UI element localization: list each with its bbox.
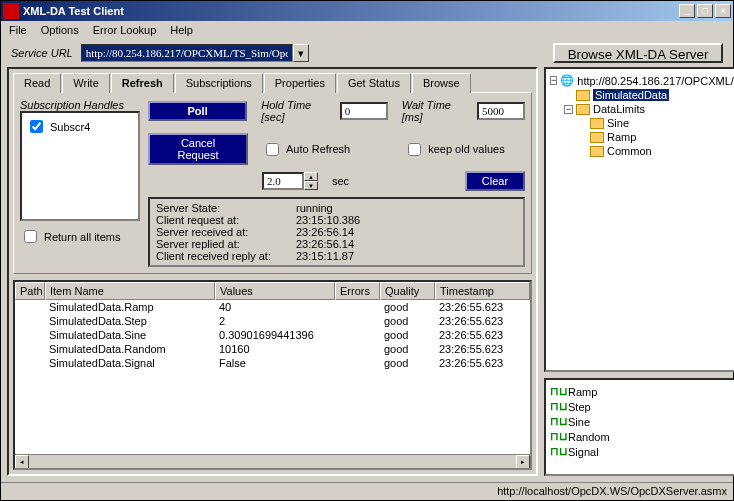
tree-node-simulateddata[interactable]: SimulatedData bbox=[550, 88, 734, 102]
subscription-handles-label: Subscription Handles bbox=[20, 99, 140, 111]
menu-options[interactable]: Options bbox=[41, 24, 79, 36]
status-key: Client received reply at: bbox=[156, 250, 296, 262]
menu-bar: File Options Error Lookup Help bbox=[1, 21, 733, 39]
service-url-label: Service URL bbox=[11, 47, 73, 59]
folder-icon bbox=[576, 90, 590, 101]
scroll-left-icon[interactable]: ◂ bbox=[15, 455, 29, 469]
tab-strip: Read Write Refresh Subscriptions Propert… bbox=[13, 73, 532, 93]
tab-write[interactable]: Write bbox=[62, 73, 109, 93]
signal-icon: ⊓⊔ bbox=[550, 430, 564, 443]
subscription-checkbox[interactable] bbox=[30, 120, 43, 133]
browse-server-button[interactable]: Browse XML-DA Server bbox=[553, 43, 723, 63]
signal-icon: ⊓⊔ bbox=[550, 415, 564, 428]
status-box: Server State:running Client request at:2… bbox=[148, 197, 525, 267]
tab-refresh[interactable]: Refresh bbox=[111, 73, 174, 93]
app-icon bbox=[3, 3, 19, 19]
status-val: running bbox=[296, 202, 333, 214]
list-item[interactable]: ⊓⊔Random bbox=[550, 429, 734, 444]
minimize-button[interactable]: _ bbox=[679, 4, 695, 18]
close-button[interactable]: × bbox=[715, 4, 731, 18]
grid-header-item[interactable]: Item Name bbox=[45, 282, 215, 300]
scroll-right-icon[interactable]: ▸ bbox=[516, 455, 530, 469]
auto-refresh-row[interactable]: Auto Refresh bbox=[262, 140, 350, 159]
auto-refresh-interval-spinner[interactable]: ▲ ▼ bbox=[262, 172, 318, 190]
status-val: 23:26:56.14 bbox=[296, 238, 354, 250]
auto-refresh-label: Auto Refresh bbox=[286, 143, 350, 155]
service-url-input[interactable] bbox=[81, 44, 293, 62]
server-tree[interactable]: −🌐 http://80.254.186.217/OPCXML/TS_ Simu… bbox=[544, 67, 734, 372]
folder-icon bbox=[590, 118, 604, 129]
keep-old-row[interactable]: keep old values bbox=[404, 140, 504, 159]
subscription-item[interactable]: Subscr4 bbox=[26, 117, 134, 136]
grid-header-values[interactable]: Values bbox=[215, 282, 335, 300]
table-row[interactable]: SimulatedData.Sine0.30901699441396good23… bbox=[15, 328, 530, 342]
tab-get-status[interactable]: Get Status bbox=[337, 73, 411, 93]
keep-old-checkbox[interactable] bbox=[408, 143, 421, 156]
return-all-checkbox-row[interactable]: Return all items bbox=[20, 227, 140, 246]
list-item[interactable]: ⊓⊔Ramp bbox=[550, 384, 734, 399]
wait-time-label: Wait Time [ms] bbox=[402, 99, 473, 123]
folder-icon bbox=[590, 146, 604, 157]
subscription-list[interactable]: Subscr4 bbox=[20, 111, 140, 221]
wait-time-input[interactable] bbox=[477, 102, 525, 120]
status-key: Client request at: bbox=[156, 214, 296, 226]
signal-icon: ⊓⊔ bbox=[550, 445, 564, 458]
service-url-combo[interactable]: ▾ bbox=[81, 44, 309, 62]
title-bar: XML-DA Test Client _ □ × bbox=[1, 1, 733, 21]
tree-node-ramp[interactable]: Ramp bbox=[550, 130, 734, 144]
folder-icon bbox=[576, 104, 590, 115]
status-key: Server replied at: bbox=[156, 238, 296, 250]
poll-button[interactable]: Poll bbox=[148, 101, 247, 121]
status-val: 23:26:56.14 bbox=[296, 226, 354, 238]
service-url-dropdown-icon[interactable]: ▾ bbox=[293, 44, 309, 62]
return-all-checkbox[interactable] bbox=[24, 230, 37, 243]
keep-old-label: keep old values bbox=[428, 143, 504, 155]
clear-button[interactable]: Clear bbox=[465, 171, 525, 191]
menu-error-lookup[interactable]: Error Lookup bbox=[93, 24, 157, 36]
spin-down-icon[interactable]: ▼ bbox=[304, 181, 318, 190]
list-item[interactable]: ⊓⊔Signal bbox=[550, 444, 734, 459]
tree-node-common[interactable]: Common bbox=[550, 144, 734, 158]
hold-time-input[interactable] bbox=[340, 102, 388, 120]
status-val: 23:15:11.87 bbox=[296, 250, 354, 262]
hold-time-label: Hold Time [sec] bbox=[261, 99, 336, 123]
table-row[interactable]: SimulatedData.Step2good23:26:55.623 bbox=[15, 314, 530, 328]
window-title: XML-DA Test Client bbox=[23, 5, 679, 17]
signal-icon: ⊓⊔ bbox=[550, 400, 564, 413]
maximize-button[interactable]: □ bbox=[697, 4, 713, 18]
menu-help[interactable]: Help bbox=[170, 24, 193, 36]
tree-node-sine[interactable]: Sine bbox=[550, 116, 734, 130]
table-row[interactable]: SimulatedData.Ramp40good23:26:55.623 bbox=[15, 300, 530, 314]
grid-header-errors[interactable]: Errors bbox=[335, 282, 380, 300]
tab-properties[interactable]: Properties bbox=[264, 73, 336, 93]
grid-header-quality[interactable]: Quality bbox=[380, 282, 435, 300]
table-row[interactable]: SimulatedData.Random10160good23:26:55.62… bbox=[15, 342, 530, 356]
spin-up-icon[interactable]: ▲ bbox=[304, 172, 318, 181]
subscription-label: Subscr4 bbox=[50, 121, 90, 133]
tab-browse[interactable]: Browse bbox=[412, 73, 471, 93]
auto-refresh-interval-input[interactable] bbox=[262, 172, 304, 190]
tab-read[interactable]: Read bbox=[13, 73, 61, 93]
grid-header-timestamp[interactable]: Timestamp bbox=[435, 282, 530, 300]
tab-subscriptions[interactable]: Subscriptions bbox=[175, 73, 263, 93]
auto-refresh-unit: sec bbox=[332, 175, 349, 187]
cancel-request-button[interactable]: Cancel Request bbox=[148, 133, 248, 165]
return-all-label: Return all items bbox=[44, 231, 120, 243]
status-bar: http://localhost/OpcDX.WS/OpcDXServer.as… bbox=[1, 482, 733, 500]
signal-icon: ⊓⊔ bbox=[550, 385, 564, 398]
auto-refresh-checkbox[interactable] bbox=[266, 143, 279, 156]
status-key: Server received at: bbox=[156, 226, 296, 238]
item-list[interactable]: ⊓⊔Ramp⊓⊔Step⊓⊔Sine⊓⊔Random⊓⊔Signal bbox=[544, 378, 734, 476]
list-item[interactable]: ⊓⊔Step bbox=[550, 399, 734, 414]
list-item[interactable]: ⊓⊔Sine bbox=[550, 414, 734, 429]
table-row[interactable]: SimulatedData.SignalFalsegood23:26:55.62… bbox=[15, 356, 530, 370]
status-key: Server State: bbox=[156, 202, 296, 214]
folder-icon bbox=[590, 132, 604, 143]
results-grid[interactable]: Path Item Name Values Errors Quality Tim… bbox=[13, 280, 532, 470]
menu-file[interactable]: File bbox=[9, 24, 27, 36]
tree-node-datalimits[interactable]: −DataLimits bbox=[550, 102, 734, 116]
tree-root[interactable]: −🌐 http://80.254.186.217/OPCXML/TS_ bbox=[550, 73, 734, 88]
status-val: 23:15:10.386 bbox=[296, 214, 360, 226]
grid-header-path[interactable]: Path bbox=[15, 282, 45, 300]
